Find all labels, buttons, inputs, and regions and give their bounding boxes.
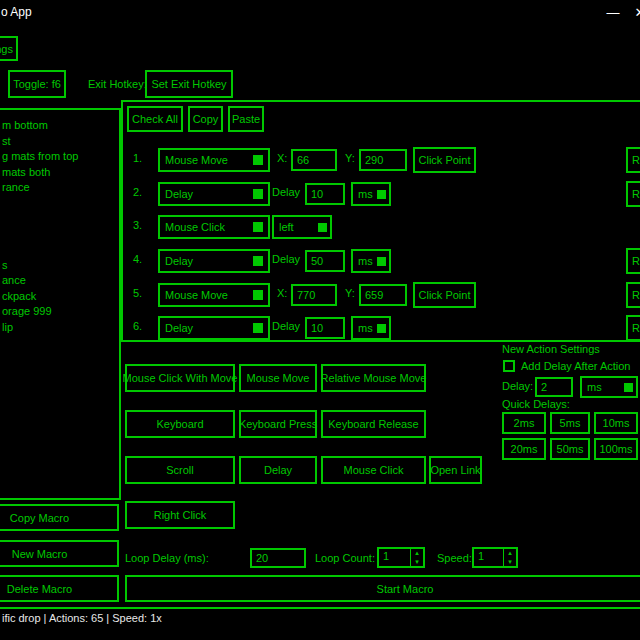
tab-settings-label: ngs xyxy=(0,43,13,55)
spinner-up-icon[interactable]: ▴ xyxy=(411,549,423,558)
macro-list-item[interactable]: ance xyxy=(2,273,116,289)
set-exit-hotkey-button[interactable]: Set Exit Hotkey xyxy=(145,70,233,98)
right-click-button[interactable]: Right Click xyxy=(125,501,235,529)
x-input[interactable] xyxy=(291,284,337,306)
remove-action-button[interactable]: Remove xyxy=(626,248,640,274)
macro-list-item[interactable]: s xyxy=(2,258,116,274)
quick-delay-label: 5ms xyxy=(560,417,581,429)
paste-label: Paste xyxy=(232,113,260,125)
y-input[interactable] xyxy=(359,149,407,171)
mouse-move-button[interactable]: Mouse Move xyxy=(239,364,317,392)
toggle-hotkey-label: Toggle: f6 xyxy=(13,78,61,90)
dropdown-indicator-icon xyxy=(377,257,386,266)
unit-value: ms xyxy=(353,255,377,267)
unit-dropdown[interactable]: ms xyxy=(351,182,391,206)
paste-button[interactable]: Paste xyxy=(228,106,264,132)
spinner-up-icon[interactable]: ▴ xyxy=(504,549,516,558)
window-title: o App xyxy=(1,5,32,19)
add-delay-checkbox[interactable] xyxy=(503,360,515,372)
start-macro-button[interactable]: Start Macro xyxy=(125,575,640,602)
quick-delay-10ms-button[interactable]: 10ms xyxy=(594,412,638,434)
mouse-button-value: left xyxy=(274,221,318,233)
delay-input[interactable] xyxy=(305,317,345,339)
remove-label: Remove xyxy=(632,255,640,267)
delay-input[interactable] xyxy=(305,183,345,205)
remove-action-button[interactable]: Remove xyxy=(626,315,640,341)
keyboard-release-button[interactable]: Keyboard Release xyxy=(321,410,426,438)
quick-delay-20ms-button[interactable]: 20ms xyxy=(502,438,546,460)
mouse-click-with-move-button[interactable]: Mouse Click With Move xyxy=(125,364,235,392)
quick-delay-2ms-button[interactable]: 2ms xyxy=(502,412,546,434)
loop-delay-input[interactable] xyxy=(250,548,306,568)
open-link-button[interactable]: Open Link xyxy=(429,456,482,484)
macro-list: m bottom st g mats from top mats both ra… xyxy=(2,118,116,335)
unit-dropdown[interactable]: ms xyxy=(351,316,391,340)
new-macro-label: New Macro xyxy=(12,548,68,560)
click-point-button[interactable]: Click Point xyxy=(413,282,476,308)
click-point-button[interactable]: Click Point xyxy=(413,147,476,173)
unit-value: ms xyxy=(353,188,377,200)
window-titlebar: o App — ✕ xyxy=(0,0,640,25)
keyboard-press-button[interactable]: Keyboard Press xyxy=(239,410,317,438)
spinner-down-icon[interactable]: ▾ xyxy=(504,558,516,567)
dropdown-indicator-icon xyxy=(377,190,386,199)
dropdown-indicator-icon xyxy=(377,324,386,333)
new-macro-button[interactable]: New Macro xyxy=(0,540,119,567)
action-type-dropdown[interactable]: Delay xyxy=(158,316,270,340)
keyboard-button[interactable]: Keyboard xyxy=(125,410,235,438)
action-number: 3. xyxy=(133,219,142,231)
mouse-click-button[interactable]: Mouse Click xyxy=(321,456,426,484)
mouse-button-dropdown[interactable]: left xyxy=(272,215,332,239)
copy-button[interactable]: Copy xyxy=(188,106,223,132)
delay-input[interactable] xyxy=(305,250,345,272)
quick-delay-label: 10ms xyxy=(603,417,630,429)
speed-spinner[interactable]: 1 ▴ ▾ xyxy=(472,547,518,568)
remove-action-button[interactable]: Remove xyxy=(626,282,640,308)
copy-macro-button[interactable]: Copy Macro xyxy=(0,504,119,531)
unit-dropdown[interactable]: ms xyxy=(351,249,391,273)
macro-list-item[interactable]: orage 999 xyxy=(2,304,116,320)
toggle-hotkey-button[interactable]: Toggle: f6 xyxy=(8,70,66,98)
check-all-button[interactable]: Check All xyxy=(127,106,183,132)
remove-action-button[interactable]: Remove xyxy=(626,181,640,207)
spinner-down-icon[interactable]: ▾ xyxy=(411,558,423,567)
macro-list-item[interactable]: g mats from top xyxy=(2,149,116,165)
action-type-dropdown[interactable]: Delay xyxy=(158,249,270,273)
new-action-delay-unit-dropdown[interactable]: ms xyxy=(580,376,638,398)
action-type-dropdown[interactable]: Mouse Move xyxy=(158,148,270,172)
relative-mouse-move-label: Relative Mouse Move xyxy=(321,372,427,384)
action-type-value: Mouse Move xyxy=(160,154,253,166)
set-exit-hotkey-label: Set Exit Hotkey xyxy=(151,78,226,90)
delete-macro-button[interactable]: Delete Macro xyxy=(0,575,119,602)
new-action-delay-input[interactable] xyxy=(535,377,573,397)
scroll-button[interactable]: Scroll xyxy=(125,456,235,484)
macro-list-item[interactable]: st xyxy=(2,134,116,150)
delete-macro-label: Delete Macro xyxy=(7,583,72,595)
tab-settings[interactable]: ngs xyxy=(0,36,18,61)
minimize-button[interactable]: — xyxy=(602,2,624,22)
close-button[interactable]: ✕ xyxy=(629,2,640,22)
macro-list-item[interactable]: rance xyxy=(2,180,116,196)
macro-list-item[interactable]: mats both xyxy=(2,165,116,181)
app-window: o App — ✕ ngs Toggle: f6 Exit Hotkey: Se… xyxy=(0,0,640,640)
delay-button[interactable]: Delay xyxy=(239,456,317,484)
macro-list-item[interactable]: lip xyxy=(2,320,116,336)
macro-list-item[interactable]: ckpack xyxy=(2,289,116,305)
loop-count-spinner[interactable]: 1 ▴ ▾ xyxy=(377,547,425,568)
keyboard-label: Keyboard xyxy=(156,418,203,430)
loop-delay-label: Loop Delay (ms): xyxy=(125,552,209,564)
quick-delay-50ms-button[interactable]: 50ms xyxy=(550,438,590,460)
macro-list-item[interactable]: m bottom xyxy=(2,118,116,134)
loop-count-label: Loop Count: xyxy=(315,552,375,564)
spinner-buttons: ▴ ▾ xyxy=(503,549,516,566)
action-type-dropdown[interactable]: Mouse Move xyxy=(158,283,270,307)
remove-action-button[interactable]: Remove xyxy=(626,147,640,173)
quick-delay-5ms-button[interactable]: 5ms xyxy=(550,412,590,434)
action-type-dropdown[interactable]: Delay xyxy=(158,182,270,206)
quick-delay-100ms-button[interactable]: 100ms xyxy=(594,438,638,460)
x-input[interactable] xyxy=(291,149,337,171)
y-input[interactable] xyxy=(359,284,407,306)
relative-mouse-move-button[interactable]: Relative Mouse Move xyxy=(321,364,426,392)
action-type-dropdown[interactable]: Mouse Click xyxy=(158,215,270,239)
y-label: Y: xyxy=(345,287,355,299)
